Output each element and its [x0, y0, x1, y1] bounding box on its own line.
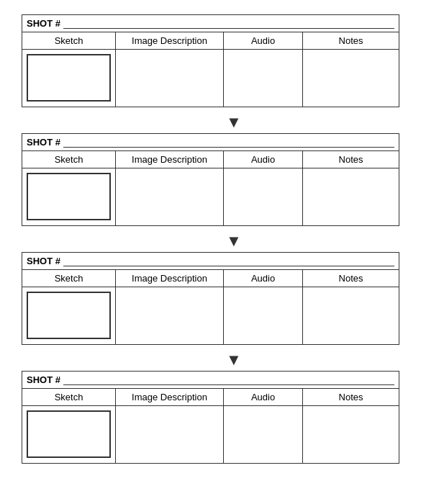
shot-table-3: Sketch Image Description Audio Notes — [22, 269, 399, 345]
notes-cell-1 — [303, 50, 399, 107]
arrow-2: ▼ — [179, 233, 242, 249]
notes-cell-2 — [303, 168, 399, 226]
shot-header-4: SHOT # — [22, 371, 399, 388]
sketch-cell-1 — [22, 50, 116, 107]
image-desc-cell-3 — [116, 287, 224, 345]
audio-cell-1 — [224, 50, 303, 107]
sketch-box-2 — [27, 173, 111, 220]
col-notes-3: Notes — [303, 270, 399, 287]
sketch-cell-3 — [22, 287, 116, 345]
shot-block-1: SHOT # Sketch Image Description Audio No… — [22, 14, 399, 107]
col-image-desc-1: Image Description — [116, 32, 224, 50]
table-row-1 — [22, 50, 399, 107]
audio-cell-2 — [224, 168, 303, 226]
table-header-row-4: Sketch Image Description Audio Notes — [22, 389, 399, 406]
notes-cell-3 — [303, 287, 399, 345]
col-notes-2: Notes — [303, 151, 399, 168]
shot-header-2: SHOT # — [22, 133, 399, 150]
table-row-4 — [22, 406, 399, 464]
col-image-desc-3: Image Description — [116, 270, 224, 287]
shot-block-4: SHOT # Sketch Image Description Audio No… — [22, 371, 399, 464]
col-notes-4: Notes — [303, 389, 399, 406]
table-header-row-3: Sketch Image Description Audio Notes — [22, 270, 399, 287]
arrow-icon-3: ▼ — [226, 352, 242, 368]
col-image-desc-4: Image Description — [116, 389, 224, 406]
audio-cell-4 — [224, 406, 303, 464]
col-audio-1: Audio — [224, 32, 303, 50]
audio-cell-3 — [224, 287, 303, 345]
col-notes-1: Notes — [303, 32, 399, 50]
col-sketch-3: Sketch — [22, 270, 116, 287]
col-audio-3: Audio — [224, 270, 303, 287]
shot-table-2: Sketch Image Description Audio Notes — [22, 150, 399, 226]
shot-label-4: SHOT # — [27, 374, 60, 385]
arrow-icon-2: ▼ — [226, 233, 242, 249]
sketch-cell-2 — [22, 168, 116, 226]
table-header-row-1: Sketch Image Description Audio Notes — [22, 32, 399, 50]
shot-table-1: Sketch Image Description Audio Notes — [22, 32, 399, 107]
col-sketch-2: Sketch — [22, 151, 116, 168]
col-audio-2: Audio — [224, 151, 303, 168]
image-desc-cell-2 — [116, 168, 224, 226]
shot-block-2: SHOT # Sketch Image Description Audio No… — [22, 133, 399, 226]
col-sketch-4: Sketch — [22, 389, 116, 406]
shot-label-1: SHOT # — [27, 18, 60, 29]
sketch-box-1 — [27, 54, 111, 102]
shot-header-line-1 — [63, 19, 394, 29]
shot-header-1: SHOT # — [22, 14, 399, 32]
shot-block-3: SHOT # Sketch Image Description Audio No… — [22, 252, 399, 345]
image-desc-cell-1 — [116, 50, 224, 107]
col-audio-4: Audio — [224, 389, 303, 406]
image-desc-cell-4 — [116, 406, 224, 464]
shot-header-3: SHOT # — [22, 252, 399, 269]
table-row-3 — [22, 287, 399, 345]
arrow-1: ▼ — [179, 114, 242, 130]
table-header-row-2: Sketch Image Description Audio Notes — [22, 151, 399, 168]
sketch-box-4 — [27, 410, 111, 458]
shot-label-3: SHOT # — [27, 256, 60, 266]
shot-header-line-3 — [63, 256, 394, 266]
arrow-icon-1: ▼ — [226, 114, 242, 130]
sketch-box-3 — [27, 292, 111, 339]
shot-header-line-2 — [63, 138, 394, 148]
shot-header-line-4 — [63, 375, 394, 385]
table-row-2 — [22, 168, 399, 226]
col-sketch-1: Sketch — [22, 32, 116, 50]
notes-cell-4 — [303, 406, 399, 464]
sketch-cell-4 — [22, 406, 116, 464]
shot-table-4: Sketch Image Description Audio Notes — [22, 388, 399, 464]
shot-label-2: SHOT # — [27, 137, 60, 148]
arrow-3: ▼ — [179, 352, 242, 368]
col-image-desc-2: Image Description — [116, 151, 224, 168]
